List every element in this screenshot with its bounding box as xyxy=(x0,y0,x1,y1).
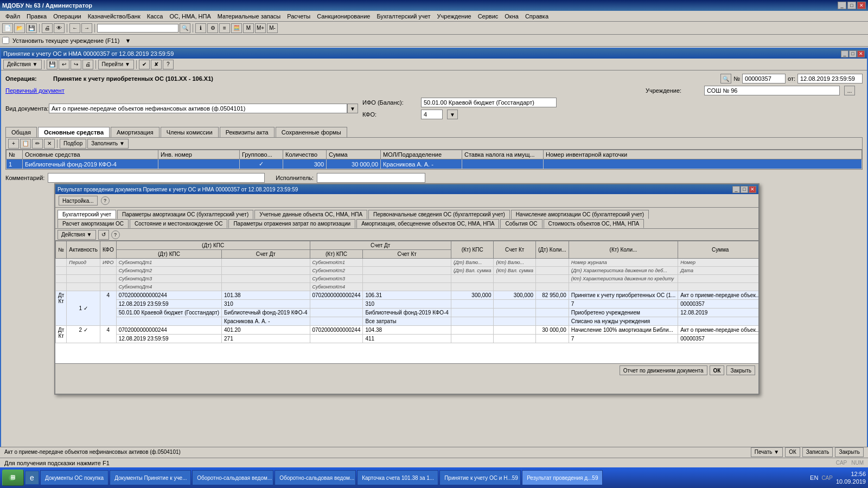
table-edit-btn[interactable]: ✏ xyxy=(32,139,43,149)
info-btn[interactable]: ℹ xyxy=(195,23,206,33)
result-tab-account-data[interactable]: Учетные данные объекта ОС, НМА, НПА xyxy=(254,210,367,219)
menu-sanction[interactable]: Санкционирование xyxy=(314,12,373,21)
extra3-btn[interactable]: M- xyxy=(267,23,278,33)
table-copy-btn[interactable]: 📋 xyxy=(20,139,31,149)
action-help[interactable]: ? xyxy=(163,60,174,69)
action-conduct[interactable]: ✔ xyxy=(139,60,150,69)
result-restore[interactable]: □ xyxy=(741,186,748,193)
back-btn[interactable]: ← xyxy=(69,23,80,33)
result-ok-btn[interactable]: ОК xyxy=(710,365,725,375)
ie-icon[interactable]: e xyxy=(25,471,39,485)
result-tab-amort-params[interactable]: Параметры амортизации ОС (бухгалтерский … xyxy=(117,210,253,219)
menu-file[interactable]: Файл xyxy=(2,12,23,21)
institution-pick-btn[interactable]: ... xyxy=(844,86,855,95)
result-tab-amort-reflect[interactable]: Параметры отражения затрат по амортизаци… xyxy=(228,219,355,228)
menu-service[interactable]: Сервис xyxy=(475,12,502,21)
ifo-input[interactable] xyxy=(421,98,557,107)
result-tab-state[interactable]: Состояние и местонахождение ОС xyxy=(130,219,227,228)
menu-operations[interactable]: Операции xyxy=(50,12,84,21)
go-to-btn[interactable]: Перейти ▼ xyxy=(98,60,134,69)
result-help2-btn[interactable]: ? xyxy=(111,230,120,239)
result-tab-events[interactable]: События ОС xyxy=(500,219,542,228)
list-btn[interactable]: ≡ xyxy=(219,23,230,33)
menu-os[interactable]: ОС, НМА, НПА xyxy=(166,12,214,21)
maximize-btn[interactable]: □ xyxy=(847,2,856,9)
result-help-btn[interactable]: ? xyxy=(101,196,110,205)
action-undo[interactable]: ↩ xyxy=(59,60,69,69)
menu-help[interactable]: Справка xyxy=(522,12,552,21)
result-refresh-btn[interactable]: ↺ xyxy=(98,230,109,240)
table-row[interactable]: 1 Библиотечный фонд-2019 КФО-4 ✓ 300 30 … xyxy=(7,159,862,169)
primary-doc-link[interactable]: Первичный документ xyxy=(5,87,65,94)
doc-type-input[interactable] xyxy=(49,104,347,113)
start-button[interactable]: ⊞ xyxy=(2,470,24,486)
doc-close[interactable]: ✕ xyxy=(857,50,865,57)
result-settings-btn[interactable]: Настройка... xyxy=(59,196,98,206)
result-tab-initial-data[interactable]: Первоначальные сведения ОС (бухгалтерски… xyxy=(368,210,510,219)
ok-doc-btn[interactable]: ОК xyxy=(785,447,800,457)
tab-amort[interactable]: Амортизация xyxy=(111,127,159,137)
zapol-btn[interactable]: Заполнить ▼ xyxy=(87,139,129,149)
close-btn[interactable]: ✕ xyxy=(857,2,866,9)
calc-btn[interactable]: 🧮 xyxy=(231,23,242,33)
new-btn[interactable]: 📄 xyxy=(2,23,13,33)
kfo-input[interactable] xyxy=(421,110,443,119)
menu-materials[interactable]: Материальные запасы xyxy=(214,12,284,21)
result-minimize[interactable]: _ xyxy=(732,186,740,193)
result-tab-cost[interactable]: Стоимость объектов ОС, НМА, НПА xyxy=(544,219,644,228)
doc-minimize[interactable]: _ xyxy=(841,50,848,57)
find-number-btn[interactable]: 🔍 xyxy=(720,74,731,84)
institution-input[interactable] xyxy=(704,86,840,95)
print-doc-btn[interactable]: Печать ▼ xyxy=(751,447,783,457)
taskbar-item-7[interactable]: Результат проведения д...59 xyxy=(522,470,603,485)
result-tab-amort-calc2[interactable]: Расчет амортизации ОС xyxy=(58,219,129,228)
table-add-btn[interactable]: + xyxy=(8,139,19,149)
taskbar-item-1[interactable]: Документы ОС покупка xyxy=(40,470,108,485)
tab-general[interactable]: Общая xyxy=(5,127,37,137)
result-tab-amort-calc[interactable]: Начисление амортизации ОС (бухгалтерский… xyxy=(511,210,649,219)
action-print[interactable]: 🖨 xyxy=(82,60,93,69)
taskbar-item-5[interactable]: Карточка счета 101.38 за 1... xyxy=(357,470,438,485)
doc-restore[interactable]: □ xyxy=(849,50,857,57)
forward-btn[interactable]: → xyxy=(81,23,92,33)
menu-windows[interactable]: Окна xyxy=(501,12,522,21)
menu-accounting[interactable]: Бухгалтерский учет xyxy=(373,12,433,21)
taskbar-item-4[interactable]: Оборотно-сальдовая ведом... xyxy=(275,470,356,485)
tab-commission[interactable]: Члены комиссии xyxy=(161,127,219,137)
search-btn[interactable]: 🔍 xyxy=(180,23,190,33)
menu-raschet[interactable]: Расчеты xyxy=(284,12,314,21)
menu-treasury[interactable]: Казначейство/Банк xyxy=(85,12,144,21)
menu-edit[interactable]: Правка xyxy=(23,12,50,21)
search-input[interactable] xyxy=(97,24,178,33)
doc-date-input[interactable] xyxy=(797,74,863,84)
install-dropdown[interactable]: ▼ xyxy=(123,37,133,44)
action-save[interactable]: 💾 xyxy=(47,60,58,69)
tab-requisites[interactable]: Реквизиты акта xyxy=(220,127,275,137)
result-tab-amort-objects[interactable]: Амортизация, обесценение объектов ОС, НМ… xyxy=(356,219,499,228)
preview-btn[interactable]: 👁 xyxy=(54,23,65,33)
result-close-btn[interactable]: Закрыть xyxy=(726,365,755,375)
menu-institution[interactable]: Учреждение xyxy=(434,12,475,21)
tab-saved-forms[interactable]: Сохраненные формы xyxy=(276,127,347,137)
save-doc-btn[interactable]: Записать xyxy=(802,447,833,457)
taskbar-item-3[interactable]: Оборотно-сальдовая ведом... xyxy=(192,470,273,485)
result-actions-btn[interactable]: Действия ▼ xyxy=(58,230,96,240)
result-tab-accounting[interactable]: Бухгалтерский учет xyxy=(58,210,116,219)
taskbar-item-2[interactable]: Документы Принятие к уче... xyxy=(110,470,191,485)
close-doc-btn[interactable]: Закрыть xyxy=(835,447,864,457)
doc-number-input[interactable] xyxy=(742,74,786,84)
open-btn[interactable]: 📂 xyxy=(14,23,25,33)
print-btn[interactable]: 🖨 xyxy=(42,23,53,33)
actions-dropdown-btn[interactable]: Действия ▼ xyxy=(3,60,42,69)
tab-os[interactable]: Основные средства xyxy=(38,127,110,137)
result-data-row-2[interactable]: ДтКт 2 ✓ 4 0702000000000244 401.20 07020… xyxy=(56,326,759,335)
doc-type-pick[interactable]: ▼ xyxy=(347,104,358,113)
extra2-btn[interactable]: M+ xyxy=(255,23,266,33)
kfo-pick[interactable]: ▼ xyxy=(447,110,458,119)
executor-input[interactable] xyxy=(317,173,425,183)
result-close[interactable]: ✕ xyxy=(749,186,756,193)
podbot-btn[interactable]: Подбор xyxy=(60,139,86,149)
report-movements-btn[interactable]: Отчет по движениям документа xyxy=(620,365,707,375)
taskbar-item-6[interactable]: Принятие к учету ОС и Н...59 xyxy=(439,470,521,485)
action-redo[interactable]: ↪ xyxy=(71,60,81,69)
